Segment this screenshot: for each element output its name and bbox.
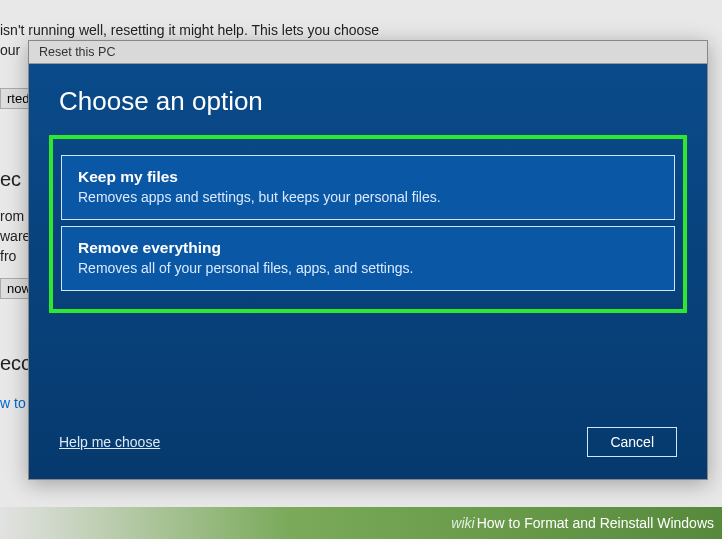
dialog-body: Choose an option Keep my files Removes a…: [29, 64, 707, 477]
option-desc: Removes all of your personal files, apps…: [78, 260, 658, 276]
option-title: Keep my files: [78, 168, 658, 186]
bg-link-wto[interactable]: w to: [0, 395, 26, 411]
caption-title: How to Format and Reinstall Windows: [477, 515, 714, 531]
option-remove-everything[interactable]: Remove everything Removes all of your pe…: [61, 226, 675, 291]
option-keep-my-files[interactable]: Keep my files Removes apps and settings,…: [61, 155, 675, 220]
cancel-button[interactable]: Cancel: [587, 427, 677, 457]
reset-pc-dialog: Reset this PC Choose an option Keep my f…: [28, 40, 708, 480]
bg-text-ware: ware: [0, 228, 30, 244]
dialog-heading: Choose an option: [59, 86, 677, 117]
bg-text-line2: our: [0, 42, 20, 58]
help-me-choose-link[interactable]: Help me choose: [59, 434, 160, 450]
dialog-footer: Help me choose Cancel: [59, 427, 677, 457]
bg-text-line1: isn't running well, resetting it might h…: [0, 22, 379, 38]
caption-bar: wiki How to Format and Reinstall Windows: [0, 507, 722, 539]
dialog-titlebar: Reset this PC: [29, 41, 707, 64]
highlight-box: Keep my files Removes apps and settings,…: [49, 135, 687, 313]
bg-text-fro: fro: [0, 248, 16, 264]
caption-brand: wiki: [451, 515, 474, 531]
bg-text-ec: ec: [0, 168, 21, 191]
bg-text-rom: rom: [0, 208, 24, 224]
option-title: Remove everything: [78, 239, 658, 257]
option-desc: Removes apps and settings, but keeps you…: [78, 189, 658, 205]
